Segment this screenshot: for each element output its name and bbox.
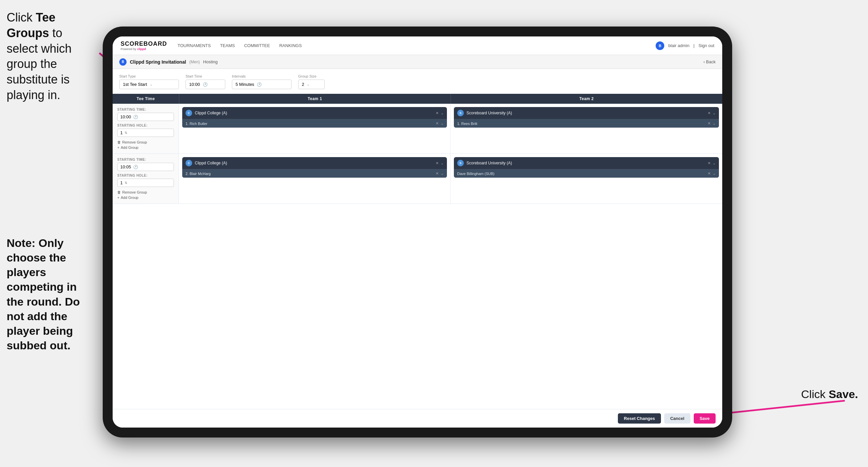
group-size-select[interactable]: 2 ⌄ bbox=[298, 80, 325, 89]
team2-entry-1[interactable]: S Scoreboard University (A) ✕ ⌄ 1. Rees … bbox=[454, 107, 719, 127]
team1-icon-2: C bbox=[186, 160, 192, 166]
nav-separator: | bbox=[693, 43, 694, 48]
start-time-value: 10:00 bbox=[189, 82, 200, 87]
nav-rankings[interactable]: RANKINGS bbox=[279, 42, 302, 49]
instruction-text-1: Click bbox=[7, 10, 36, 24]
logo-scoreboard: SCOREBOARD bbox=[121, 40, 167, 48]
chevron-icon-player-1[interactable]: ⌄ bbox=[441, 121, 444, 126]
player-row-1-2[interactable]: 2. Blair McHarg ✕ ⌄ bbox=[182, 169, 447, 178]
sub-header-left: B Clippd Spring Invitational (Men) Hosti… bbox=[119, 58, 703, 66]
col-team1: Team 1 bbox=[179, 94, 451, 104]
x-icon-4[interactable]: ✕ bbox=[708, 161, 711, 166]
x-icon-player-3[interactable]: ✕ bbox=[436, 171, 439, 176]
player-row-2-2[interactable]: Dave Billingham (SUB) ✕ ⌄ bbox=[454, 169, 719, 178]
hosting-label: Hosting bbox=[203, 59, 218, 64]
start-type-select[interactable]: 1st Tee Start ⌄ bbox=[119, 80, 179, 89]
x-icon-1[interactable]: ✕ bbox=[436, 111, 439, 115]
sign-out-link[interactable]: Sign out bbox=[699, 43, 714, 48]
team1-icon-1: C bbox=[186, 110, 192, 116]
chevron-up-down-icon-2: ⇅ bbox=[125, 181, 127, 185]
start-type-group: Start Type 1st Tee Start ⌄ bbox=[119, 74, 179, 89]
intervals-value: 5 Minutes bbox=[236, 82, 254, 87]
start-time-group: Start Time 10:00 🕐 bbox=[186, 74, 225, 89]
starting-time-input-1[interactable]: 10:00 🕐 bbox=[117, 113, 174, 121]
start-type-label: Start Type bbox=[119, 74, 179, 78]
group-actions-2: 🗑 Remove Group + Add Group bbox=[117, 190, 174, 200]
add-group-button-2[interactable]: + Add Group bbox=[117, 196, 174, 200]
x-icon-player-2[interactable]: ✕ bbox=[708, 121, 711, 126]
x-icon-player-4[interactable]: ✕ bbox=[708, 171, 711, 176]
clock-icon: 🕐 bbox=[203, 82, 208, 87]
starting-time-label-1: STARTING TIME: bbox=[117, 108, 174, 111]
team1-col-2: C Clippd College (A) ✕ ⌄ 2. Blair McHarg bbox=[179, 154, 451, 204]
reset-changes-button[interactable]: Reset Changes bbox=[618, 413, 661, 424]
player-row-1-1[interactable]: 1. Rich Butler ✕ ⌄ bbox=[182, 119, 447, 127]
click-save-annotation: Click Save. bbox=[801, 388, 858, 401]
team1-entry-1[interactable]: C Clippd College (A) ✕ ⌄ 1. Rich Butler bbox=[182, 107, 447, 127]
clock-icon-4: 🕐 bbox=[133, 165, 138, 169]
player-controls-1-1: ✕ ⌄ bbox=[436, 121, 444, 126]
chevron-icon-player-2[interactable]: ⌄ bbox=[713, 121, 716, 126]
group-size-value: 2 bbox=[302, 82, 304, 87]
intervals-label: Intervals bbox=[232, 74, 291, 78]
tournament-title[interactable]: Clippd Spring Invitational bbox=[130, 59, 186, 65]
chevron-icon-1[interactable]: ⌄ bbox=[441, 111, 444, 115]
chevron-icon-3[interactable]: ⌄ bbox=[441, 161, 444, 166]
logo-clippd: clippd bbox=[137, 48, 146, 51]
group-size-label: Group Size bbox=[298, 74, 325, 78]
remove-group-button-1[interactable]: 🗑 Remove Group bbox=[117, 140, 174, 144]
starting-time-input-2[interactable]: 10:05 🕐 bbox=[117, 163, 174, 171]
starting-hole-label-1: STARTING HOLE: bbox=[117, 124, 174, 127]
x-icon-2[interactable]: ✕ bbox=[708, 111, 711, 115]
svg-line-3 bbox=[719, 401, 845, 414]
tablet-screen: SCOREBOARD Powered by clippd TOURNAMENTS… bbox=[113, 36, 722, 428]
col-tee-time: Tee Time bbox=[113, 94, 179, 104]
team1-controls-2: ✕ ⌄ bbox=[436, 161, 444, 166]
start-type-value: 1st Tee Start bbox=[123, 82, 147, 87]
group-left-2: STARTING TIME: 10:05 🕐 STARTING HOLE: 1 … bbox=[113, 154, 179, 204]
starting-time-label-2: STARTING TIME: bbox=[117, 158, 174, 162]
navbar: SCOREBOARD Powered by clippd TOURNAMENTS… bbox=[113, 36, 722, 55]
team1-controls-1: ✕ ⌄ bbox=[436, 111, 444, 115]
chevron-icon-2[interactable]: ⌄ bbox=[713, 111, 716, 115]
nav-tournaments[interactable]: TOURNAMENTS bbox=[178, 42, 211, 49]
player-row-2-1[interactable]: 1. Rees Britt ✕ ⌄ bbox=[454, 119, 719, 127]
chevron-icon-player-4[interactable]: ⌄ bbox=[713, 171, 716, 176]
team1-entry-2[interactable]: C Clippd College (A) ✕ ⌄ 2. Blair McHarg bbox=[182, 157, 447, 178]
nav-teams[interactable]: TEAMS bbox=[220, 42, 235, 49]
breadcrumb-icon: B bbox=[119, 58, 127, 66]
team1-name-row-2: C Clippd College (A) ✕ ⌄ bbox=[182, 157, 447, 169]
back-button[interactable]: ‹ Back bbox=[703, 59, 716, 64]
player-name-2-2: Dave Billingham (SUB) bbox=[457, 172, 705, 176]
team1-col-1: C Clippd College (A) ✕ ⌄ 1. Rich Butler bbox=[179, 104, 451, 153]
starting-hole-value-2: 1 bbox=[120, 180, 123, 185]
team1-name-1: Clippd College (A) bbox=[195, 111, 433, 115]
plus-icon-2: + bbox=[117, 196, 119, 200]
intervals-select[interactable]: 5 Minutes 🕐 bbox=[232, 80, 291, 89]
starting-hole-input-1[interactable]: 1 ⇅ bbox=[117, 128, 174, 137]
team2-col-2: S Scoreboard University (A) ✕ ⌄ Dave Bil… bbox=[451, 154, 722, 204]
remove-group-button-2[interactable]: 🗑 Remove Group bbox=[117, 190, 174, 194]
chevron-down-icon: ⌄ bbox=[150, 83, 152, 86]
x-icon-player-1[interactable]: ✕ bbox=[436, 121, 439, 126]
user-name: blair admin bbox=[668, 43, 689, 48]
intervals-group: Intervals 5 Minutes 🕐 bbox=[232, 74, 291, 89]
player-controls-1-2: ✕ ⌄ bbox=[436, 171, 444, 176]
chevron-icon-player-3[interactable]: ⌄ bbox=[441, 171, 444, 176]
chevron-icon-4[interactable]: ⌄ bbox=[713, 161, 716, 166]
start-time-label: Start Time bbox=[186, 74, 225, 78]
team2-entry-2[interactable]: S Scoreboard University (A) ✕ ⌄ Dave Bil… bbox=[454, 157, 719, 178]
nav-committee[interactable]: COMMITTEE bbox=[244, 42, 270, 49]
start-time-select[interactable]: 10:00 🕐 bbox=[186, 80, 225, 89]
cancel-button[interactable]: Cancel bbox=[664, 413, 690, 424]
save-button[interactable]: Save bbox=[694, 413, 716, 424]
player-name-1-1: 1. Rich Butler bbox=[186, 122, 433, 126]
logo-area: SCOREBOARD Powered by clippd bbox=[121, 40, 167, 51]
x-icon-3[interactable]: ✕ bbox=[436, 161, 439, 166]
add-group-button-1[interactable]: + Add Group bbox=[117, 146, 174, 149]
sub-header: B Clippd Spring Invitational (Men) Hosti… bbox=[113, 55, 722, 69]
starting-hole-input-2[interactable]: 1 ⇅ bbox=[117, 179, 174, 187]
groups-scroll[interactable]: STARTING TIME: 10:00 🕐 STARTING HOLE: 1 … bbox=[113, 104, 722, 409]
team2-col-1: S Scoreboard University (A) ✕ ⌄ 1. Rees … bbox=[451, 104, 722, 153]
plus-icon: + bbox=[117, 146, 119, 149]
